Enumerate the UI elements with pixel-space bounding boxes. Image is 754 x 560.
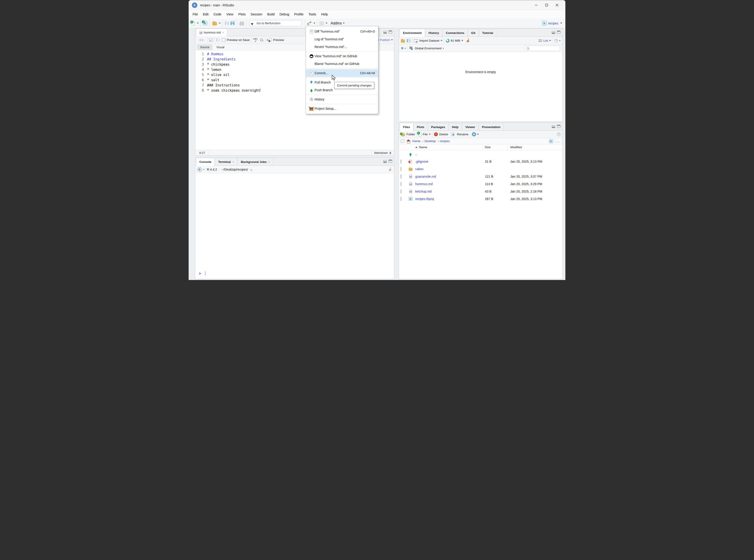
column-header-size[interactable]: Size <box>482 145 508 149</box>
breadcrumb-desktop[interactable]: Desktop <box>424 139 436 143</box>
menu-item-project-setup[interactable]: Project Setup... <box>306 105 378 113</box>
new-file-button[interactable] <box>191 21 196 26</box>
menu-session[interactable]: Session <box>248 11 265 17</box>
tab-visual-mode[interactable]: Visual <box>214 45 227 49</box>
file-name[interactable]: hummus.md <box>415 182 433 186</box>
row-checkbox[interactable] <box>401 160 401 164</box>
import-dataset-caret[interactable] <box>441 40 442 41</box>
menu-item-history[interactable]: History <box>306 96 378 103</box>
goto-file-function-input[interactable]: Go to file/function <box>249 20 302 26</box>
clear-console-icon[interactable] <box>388 167 393 172</box>
rename-file-button[interactable]: Rename <box>457 133 469 136</box>
refresh-files-icon[interactable] <box>557 133 560 136</box>
file-name[interactable]: ketchup.md <box>415 189 432 193</box>
table-row[interactable]: cakes <box>399 165 562 173</box>
preview-on-save-checkbox[interactable] <box>222 38 225 42</box>
environment-selector[interactable]: Global Environment <box>415 46 442 50</box>
tab-history[interactable]: History <box>425 29 442 36</box>
row-checkbox[interactable] <box>401 167 401 171</box>
menu-build[interactable]: Build <box>265 11 277 17</box>
refresh-caret[interactable] <box>559 40 560 41</box>
project-menu-button[interactable]: R recipes <box>542 21 563 25</box>
menu-item-view-on-github[interactable]: View "hummus.md" on GitHub <box>306 52 378 60</box>
open-in-new-window-icon[interactable] <box>209 38 213 42</box>
table-row[interactable]: .. <box>399 150 562 158</box>
maximize-pane-icon[interactable] <box>389 160 392 163</box>
minimize-pane-icon[interactable] <box>552 31 555 34</box>
maximize-pane-icon[interactable] <box>557 31 560 34</box>
panes-dropdown[interactable] <box>325 23 328 24</box>
column-header-modified[interactable]: Modified <box>508 145 562 149</box>
menu-item-revert[interactable]: Revert "hummus.md"... <box>306 43 378 51</box>
new-project-button[interactable]: R <box>202 20 208 26</box>
close-button[interactable] <box>552 1 562 9</box>
save-all-button[interactable] <box>230 21 235 26</box>
minimize-pane-icon[interactable] <box>552 125 555 128</box>
save-doc-icon[interactable] <box>216 38 220 42</box>
environment-caret[interactable] <box>443 48 444 49</box>
new-folder-button[interactable]: Folder <box>406 133 415 136</box>
language-caret[interactable] <box>404 48 406 49</box>
menu-plots[interactable]: Plots <box>236 11 248 17</box>
tab-console[interactable]: Console <box>196 158 215 166</box>
preview-button[interactable]: Preview <box>273 38 284 42</box>
breadcrumb-more-button[interactable]: ... <box>556 139 560 143</box>
tab-tutorial[interactable]: Tutorial <box>479 29 496 36</box>
row-checkbox[interactable] <box>401 175 401 179</box>
file-name[interactable]: recipes.Rproj <box>415 197 434 201</box>
tab-plots[interactable]: Plots <box>414 123 428 131</box>
import-dataset-button[interactable]: Import Dataset <box>419 39 439 42</box>
table-row[interactable]: MD hummus.md 113 B Jan 20, 2025, 3:29 PM <box>399 180 562 187</box>
list-view-caret[interactable] <box>549 40 551 41</box>
minimize-pane-icon[interactable] <box>383 31 387 34</box>
menu-view[interactable]: View <box>224 11 236 17</box>
tab-close-icon[interactable]: × <box>222 31 224 34</box>
table-row[interactable]: R recipes.Rproj 267 B Jan 20, 2025, 3:13… <box>399 195 562 202</box>
tab-presentation[interactable]: Presentation <box>479 123 504 131</box>
delete-file-button[interactable]: Delete <box>439 133 448 136</box>
menu-item-diff[interactable]: Diff "hummus.md" Ctrl+Alt+D <box>306 27 378 35</box>
menu-profile[interactable]: Profile <box>292 11 306 17</box>
tab-packages[interactable]: Packages <box>428 123 448 131</box>
breadcrumb-home[interactable]: Home <box>412 139 420 143</box>
file-name[interactable]: cakes <box>415 167 423 171</box>
menu-debug[interactable]: Debug <box>277 11 292 17</box>
table-row[interactable]: .gitignore 31 B Jan 20, 2025, 3:13 PM <box>399 158 562 165</box>
back-icon[interactable] <box>197 38 201 42</box>
menu-edit[interactable]: Edit <box>200 11 211 17</box>
forward-icon[interactable] <box>202 38 206 42</box>
memory-caret[interactable] <box>461 40 463 41</box>
tab-help[interactable]: Help <box>449 123 462 131</box>
select-all-checkbox[interactable] <box>401 139 404 143</box>
tab-environment[interactable]: Environment <box>400 29 425 37</box>
file-name[interactable]: guacamole.md <box>415 175 436 178</box>
working-directory[interactable]: ~/Desktop/recipes/ <box>222 168 248 171</box>
menu-tools[interactable]: Tools <box>306 11 319 17</box>
list-view-button[interactable]: List <box>543 39 548 42</box>
close-tab-icon[interactable]: × <box>268 160 270 164</box>
maximize-pane-icon[interactable] <box>557 125 560 128</box>
tab-viewer[interactable]: Viewer <box>462 123 478 131</box>
table-row[interactable]: MD ketchup.md 43 B Jan 20, 2025, 2:18 PM <box>399 187 562 195</box>
open-file-dropdown[interactable] <box>219 23 221 24</box>
save-workspace-icon[interactable] <box>407 39 410 42</box>
open-file-button[interactable] <box>212 21 218 26</box>
breadcrumb-recipes[interactable]: recipes <box>440 139 450 143</box>
maximize-button[interactable] <box>541 1 552 9</box>
menu-item-blame-on-github[interactable]: Blame "hummus.md" on GitHub <box>306 60 378 68</box>
tab-files[interactable]: Files <box>400 123 413 131</box>
tab-source-mode[interactable]: Source <box>197 44 212 50</box>
language-selector[interactable]: R <box>401 46 403 50</box>
more-file-commands-caret[interactable] <box>477 134 479 135</box>
table-row[interactable]: MD guacamole.md 121 B Jan 20, 2025, 3:07… <box>399 173 562 180</box>
menu-item-commit[interactable]: Commit... Ctrl+Alt+M <box>306 69 378 77</box>
console-output[interactable]: > <box>195 173 394 279</box>
tab-hummus-md[interactable]: MD hummus.md × <box>196 28 227 36</box>
tab-git[interactable]: Git <box>468 29 479 36</box>
menu-item-log[interactable]: Log of "hummus.md" <box>306 35 378 43</box>
tab-background-jobs[interactable]: Background Jobs× <box>238 158 273 165</box>
save-button[interactable] <box>224 21 230 26</box>
panes-layout-button[interactable] <box>319 21 324 26</box>
git-toolbar-button[interactable]: +G <box>306 20 312 26</box>
refresh-icon[interactable] <box>554 39 558 42</box>
